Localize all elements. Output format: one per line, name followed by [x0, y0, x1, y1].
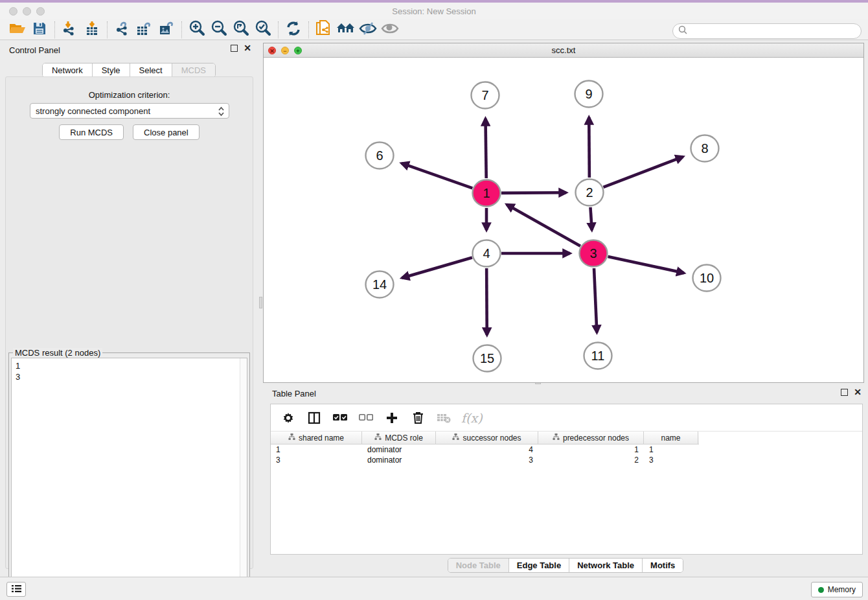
attribute-type-icon: [374, 433, 382, 443]
table-cell[interactable]: 4: [436, 445, 538, 454]
deselect-all-button[interactable]: [358, 410, 374, 426]
table-cell[interactable]: dominator: [362, 445, 436, 454]
memory-button[interactable]: Memory: [811, 582, 863, 597]
table-cell[interactable]: 3: [436, 456, 538, 465]
tab-style[interactable]: Style: [93, 63, 130, 77]
table-cell[interactable]: 1: [644, 445, 698, 454]
table-cell[interactable]: dominator: [362, 456, 436, 465]
table-cell[interactable]: 1: [538, 445, 644, 454]
vertical-splitter-handle[interactable]: [259, 297, 262, 308]
table-cell[interactable]: 2: [538, 456, 644, 465]
graph-edge-3-11[interactable]: [594, 268, 597, 332]
table-row[interactable]: 1dominator411: [271, 444, 862, 455]
graph-edge-1-6[interactable]: [402, 163, 472, 188]
table-cell[interactable]: 3: [271, 456, 362, 465]
search-icon: [678, 25, 688, 37]
graph-edge-3-10[interactable]: [608, 257, 683, 273]
tab-select[interactable]: Select: [130, 63, 172, 77]
network-view-window: ✕ − + scc.txt 7968124314101511: [263, 43, 864, 383]
network-window-titlebar[interactable]: ✕ − + scc.txt: [264, 43, 863, 58]
graph-node-label-6: 6: [376, 148, 383, 163]
attribute-type-icon: [553, 433, 560, 443]
search-input[interactable]: [688, 27, 850, 36]
network-title: scc.txt: [264, 45, 863, 55]
delete-table-button[interactable]: [435, 410, 452, 426]
mcds-tab-content: Optimization criterion: strongly connect…: [5, 76, 253, 569]
graph-node-label-9: 9: [585, 87, 592, 101]
import-table-button[interactable]: [81, 21, 103, 39]
column-header-name[interactable]: name: [644, 432, 698, 444]
table-settings-button[interactable]: [280, 410, 297, 426]
graph-node-label-3: 3: [589, 246, 597, 260]
hide-selected-button[interactable]: [357, 21, 379, 39]
graph-edge-1-7[interactable]: [485, 119, 486, 178]
zoom-fit-icon: [233, 20, 249, 39]
column-header-predecessor-nodes[interactable]: predecessor nodes: [538, 432, 644, 444]
function-builder-button[interactable]: f(x): [461, 411, 483, 425]
graph-edge-4-14[interactable]: [402, 257, 472, 278]
zoom-in-button[interactable]: [186, 21, 208, 39]
first-neighbors-button[interactable]: [335, 21, 357, 39]
copy-network-button[interactable]: [313, 21, 335, 39]
column-header-shared-name[interactable]: shared name: [271, 432, 362, 444]
import-network-button[interactable]: [59, 21, 81, 39]
show-all-button[interactable]: [379, 21, 401, 39]
select-all-button[interactable]: [332, 410, 348, 426]
close-panel-button[interactable]: Close panel: [133, 124, 200, 140]
network-graph[interactable]: 7968124314101511: [264, 58, 863, 382]
graph-edge-4-15[interactable]: [486, 268, 487, 335]
graph-edge-2-9[interactable]: [589, 117, 589, 178]
delete-column-button[interactable]: [409, 410, 426, 426]
graph-node-label-2: 2: [586, 185, 593, 200]
tab-mcds[interactable]: MCDS: [172, 63, 215, 77]
mcds-result-textarea[interactable]: 1 3: [11, 358, 247, 599]
network-canvas[interactable]: 7968124314101511: [264, 58, 863, 382]
create-column-button[interactable]: [383, 410, 400, 426]
tab-network[interactable]: Network: [43, 63, 93, 77]
result-scrollbar[interactable]: [240, 358, 247, 599]
table-panel: Table Panel ✕ f(x) shared nameMC: [263, 384, 868, 576]
float-panel-icon[interactable]: [231, 45, 238, 52]
graph-node-label-7: 7: [481, 88, 488, 102]
graph-edge-2-3[interactable]: [590, 207, 591, 230]
graph-node-label-4: 4: [483, 246, 490, 260]
attribute-type-icon: [452, 433, 459, 443]
tab-edge-table[interactable]: Edge Table: [509, 559, 569, 572]
export-table-button[interactable]: [133, 21, 155, 39]
zoom-out-button[interactable]: [208, 21, 230, 39]
search-box[interactable]: [672, 23, 862, 39]
node-table-card: f(x) shared nameMCDS rolesuccessor nodes…: [270, 404, 863, 555]
save-floppy-icon: [32, 21, 47, 38]
control-panel: Control Panel ✕ NetworkStyleSelectMCDS O…: [0, 40, 258, 570]
export-image-button[interactable]: [155, 21, 177, 39]
zoom-selected-icon: [255, 20, 271, 39]
eye-slash-icon: [359, 21, 377, 38]
save-session-button[interactable]: [29, 21, 51, 39]
open-session-button[interactable]: [6, 21, 29, 39]
float-table-panel-icon[interactable]: [841, 389, 848, 396]
tab-network-table[interactable]: Network Table: [569, 559, 643, 572]
close-panel-icon[interactable]: ✕: [244, 45, 251, 52]
table-cell[interactable]: 3: [644, 456, 698, 465]
column-header-MCDS-role[interactable]: MCDS role: [362, 432, 436, 444]
task-history-button[interactable]: [6, 582, 26, 597]
column-header-successor-nodes[interactable]: successor nodes: [436, 432, 538, 444]
apply-layout-button[interactable]: [282, 21, 304, 39]
select-columns-button[interactable]: [306, 410, 323, 426]
zoom-selected-button[interactable]: [252, 21, 274, 39]
optimization-criterion-select[interactable]: strongly connected component: [30, 103, 229, 119]
graph-edge-3-1[interactable]: [507, 205, 580, 246]
control-panel-tabs: NetworkStyleSelectMCDS: [42, 63, 216, 78]
export-network-button[interactable]: [111, 21, 133, 39]
run-mcds-button[interactable]: Run MCDS: [59, 124, 124, 140]
column-label: successor nodes: [463, 433, 521, 443]
houses-icon: [336, 21, 356, 38]
graph-edge-1-2[interactable]: [501, 192, 566, 193]
tab-node-table[interactable]: Node Table: [448, 559, 509, 572]
close-table-panel-icon[interactable]: ✕: [854, 389, 862, 396]
table-row[interactable]: 3dominator323: [271, 455, 862, 465]
graph-edge-2-8[interactable]: [603, 157, 683, 187]
zoom-fit-button[interactable]: [230, 21, 252, 39]
tab-motifs[interactable]: Motifs: [643, 559, 683, 572]
table-cell[interactable]: 1: [271, 445, 362, 454]
